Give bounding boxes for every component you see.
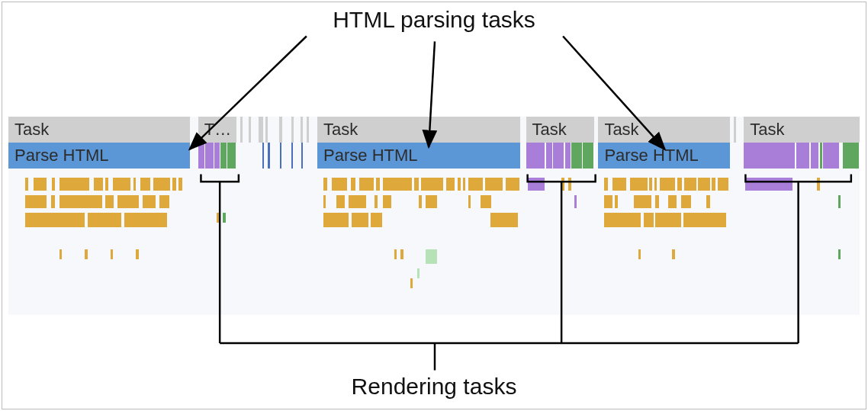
task-block-1: Task [8,117,190,143]
task-block-6: Task [744,117,860,143]
parse-html-1: Parse HTML [8,143,190,169]
task-block-3: Task [317,117,520,143]
task-row: Task T… Task Task Task Task [8,117,860,143]
task-block-5: Task [598,117,730,143]
task-block-2: T… [198,117,236,143]
diagram-frame: HTML parsing tasks Rendering tasks Task … [2,2,866,409]
top-label: HTML parsing tasks [333,7,535,33]
bottom-label: Rendering tasks [352,374,517,400]
performance-timeline: Task T… Task Task Task Task Parse HTML P… [8,117,860,315]
parse-html-3: Parse HTML [598,143,730,169]
task-block-4: Task [526,117,594,143]
parse-row: Parse HTML Parse HTML Parse HTML [8,143,860,169]
flame-chart-detail [8,169,860,315]
parse-html-2: Parse HTML [317,143,520,169]
